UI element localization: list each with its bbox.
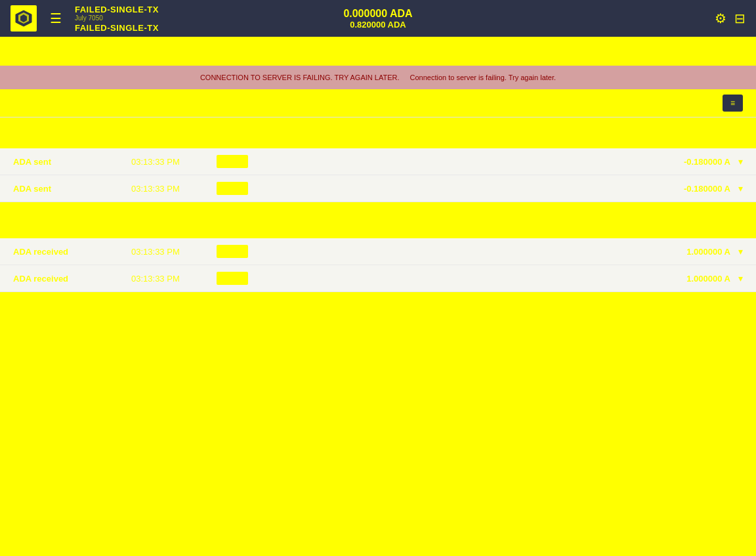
- date-label-2: 04/10/2019: [356, 213, 399, 223]
- tab-bar: TRANSACTIONS SEND RECEIVE: [0, 37, 756, 66]
- filter-icon[interactable]: ⊟: [734, 11, 746, 26]
- settings-icon[interactable]: ⚙: [715, 11, 726, 26]
- tx-type-2-1: ADA received: [13, 247, 131, 257]
- balance-sub: 0.820000 ADA: [343, 20, 412, 30]
- navbar-actions: ⚙ ⊟: [715, 11, 746, 26]
- error-banner: CONNECTION TO SERVER IS FAILING. TRY AGA…: [0, 66, 756, 89]
- tx-type-1-1: ADA sent: [13, 157, 131, 167]
- tx-status-badge-1-2: [217, 182, 248, 195]
- main-content: Number of transactions: 2 ≡ 04/21/2019 A…: [0, 89, 756, 297]
- menu-icon[interactable]: ☰: [50, 11, 62, 26]
- logo-area: ☰: [10, 5, 62, 32]
- error-line-1: CONNECTION TO SERVER IS FAILING. TRY AGA…: [200, 74, 400, 81]
- tx-count-bar: Number of transactions: 2 ≡: [0, 89, 756, 118]
- tx-type-2-2: ADA received: [13, 274, 131, 284]
- expand-icon-2-2[interactable]: ▾: [738, 273, 743, 284]
- wallet-name-1: FAILED-SINGLE-TX: [75, 5, 159, 14]
- filter-button[interactable]: ≡: [723, 95, 743, 112]
- expand-icon-2-1[interactable]: ▾: [738, 246, 743, 257]
- tx-amount-2-1: 1.000000 A: [625, 247, 730, 257]
- filter-icons: ⊟: [734, 11, 746, 26]
- tx-count-number: 2: [437, 97, 443, 108]
- tx-type-1-2: ADA sent: [13, 184, 131, 194]
- tx-count-label: Number of transactions: 2: [313, 97, 443, 109]
- tx-status-badge-1-1: [217, 155, 248, 168]
- tab-receive[interactable]: RECEIVE: [685, 37, 756, 64]
- tx-amount-1-2: -0.180000 A: [625, 184, 730, 194]
- tx-group-1: ADA sent 03:13:33 PM -0.180000 A ▾ ADA s…: [0, 143, 756, 207]
- tx-group-2: ADA received 03:13:33 PM 1.000000 A ▾ AD…: [0, 233, 756, 297]
- table-row: ADA sent 03:13:33 PM -0.180000 A ▾: [0, 148, 756, 175]
- wallet-id-1: July 7050: [75, 14, 159, 22]
- app-logo: [10, 5, 37, 32]
- tx-status-badge-2-1: [217, 245, 248, 258]
- date-label-1: 04/21/2019: [356, 123, 399, 133]
- navbar: ☰ FAILED-SINGLE-TX July 7050 FAILED-SING…: [0, 0, 756, 37]
- wallet-entry-1: FAILED-SINGLE-TX July 7050: [75, 5, 159, 22]
- expand-icon-1-1[interactable]: ▾: [738, 156, 743, 167]
- table-row: ADA received 03:13:33 PM 1.000000 A ▾: [0, 238, 756, 265]
- table-row: ADA sent 03:13:33 PM -0.180000 A ▾: [0, 175, 756, 202]
- wallet-icons: ⚙: [715, 11, 726, 26]
- tx-group-footer-1: [0, 202, 756, 207]
- table-row: ADA received 03:13:33 PM 1.000000 A ▾: [0, 265, 756, 292]
- balance-display: 0.000000 ADA 0.820000 ADA: [343, 8, 412, 30]
- tx-time-2-1: 03:13:33 PM: [131, 247, 217, 257]
- tab-transactions[interactable]: TRANSACTIONS: [0, 37, 102, 64]
- wallet-name-2: FAILED-SINGLE-TX: [75, 23, 159, 33]
- tx-group-header-2: [0, 233, 756, 238]
- section-sub-2: [0, 228, 756, 233]
- tx-group-footer-2: [0, 292, 756, 297]
- error-line-2: Connection to server is failing. Try aga…: [410, 74, 556, 81]
- tx-amount-1-1: -0.180000 A: [625, 157, 730, 167]
- tab-send[interactable]: SEND: [366, 37, 421, 64]
- tx-group-header-1: [0, 143, 756, 148]
- expand-icon-1-2[interactable]: ▾: [738, 183, 743, 194]
- wallet-entry-2: FAILED-SINGLE-TX: [75, 23, 159, 33]
- date-header-2: 04/10/2019: [0, 207, 756, 228]
- date-header-1: 04/21/2019: [0, 118, 756, 138]
- tx-time-1-1: 03:13:33 PM: [131, 157, 217, 167]
- tx-time-2-2: 03:13:33 PM: [131, 274, 217, 284]
- tx-time-1-2: 03:13:33 PM: [131, 184, 217, 194]
- tx-amount-2-2: 1.000000 A: [625, 274, 730, 284]
- tx-status-badge-2-2: [217, 272, 248, 285]
- wallet-list: FAILED-SINGLE-TX July 7050 FAILED-SINGLE…: [75, 5, 159, 33]
- section-sub-1: [0, 138, 756, 143]
- balance-main: 0.000000 ADA: [343, 8, 412, 20]
